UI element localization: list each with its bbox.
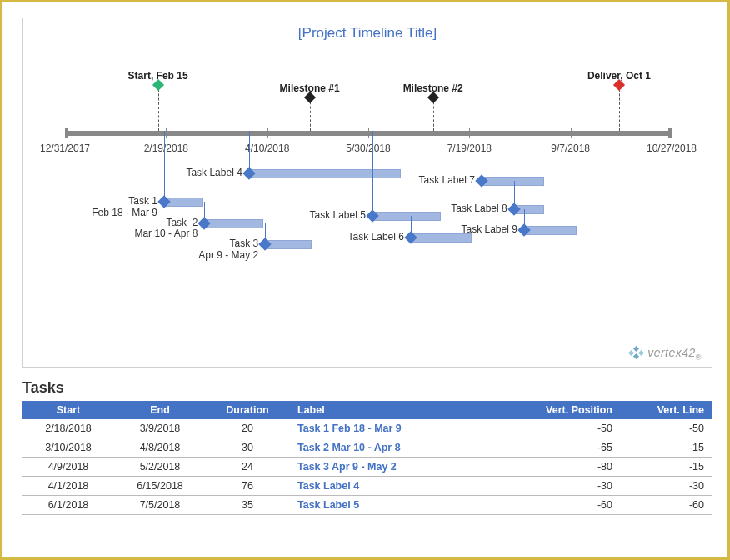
cell-vline: -30 [621, 477, 712, 496]
task-label: Task Label 5 [309, 210, 365, 222]
cell-vpos: -60 [512, 496, 621, 515]
cell-start: 3/10/2018 [22, 438, 114, 458]
col-start: Start [22, 401, 114, 419]
axis-tick [672, 128, 672, 138]
task-label: Task Label 4 [186, 168, 242, 179]
milestone-label: Milestone #2 [403, 82, 463, 94]
axis-line [65, 131, 672, 136]
cell-vline: -15 [621, 458, 712, 477]
cell-start: 2/18/2018 [22, 419, 114, 438]
task-bar [204, 219, 262, 228]
cell-label: Task 1 Feb 18 - Mar 9 [289, 419, 512, 438]
table-row: 2/18/20183/9/201820Task 1 Feb 18 - Mar 9… [22, 419, 712, 438]
axis-tick-label: 9/7/2018 [551, 142, 590, 154]
task-label: Task Label 7 [419, 175, 475, 187]
milestone-label: Deliver, Oct 1 [588, 70, 651, 82]
task-label: Task Label 8 [451, 203, 507, 215]
axis-tick-label: 12/31/2017 [40, 142, 90, 154]
table-body: 2/18/20183/9/201820Task 1 Feb 18 - Mar 9… [22, 419, 712, 515]
cell-vline: -50 [621, 419, 712, 438]
cell-duration: 76 [206, 477, 289, 496]
cell-start: 6/1/2018 [22, 496, 114, 515]
cell-vline: -15 [621, 438, 712, 458]
col-vpos: Vert. Position [512, 401, 621, 419]
milestone-line [619, 85, 620, 131]
cell-vpos: -30 [512, 477, 621, 496]
page: [Project Timeline Title] 12/31/20172/19/… [0, 0, 730, 560]
col-vline: Vert. Line [621, 401, 712, 419]
axis-tick-label: 7/19/2018 [448, 142, 492, 154]
cell-vpos: -50 [512, 419, 621, 438]
cell-duration: 30 [206, 438, 289, 458]
cell-vpos: -80 [512, 458, 621, 477]
axis-tick-label: 5/30/2018 [346, 142, 390, 154]
milestone-label: Start, Feb 15 [128, 70, 188, 82]
table-row: 4/9/20185/2/201824Task 3 Apr 9 - May 2-8… [22, 458, 712, 477]
milestone-line [158, 85, 159, 131]
col-label: Label [289, 401, 512, 419]
cell-start: 4/9/2018 [22, 458, 114, 477]
cell-label: Task 3 Apr 9 - May 2 [289, 458, 512, 477]
task-connector [482, 131, 482, 181]
axis-tick [571, 128, 572, 138]
cell-start: 4/1/2018 [22, 477, 114, 496]
task-connector [164, 131, 165, 202]
tasks-heading: Tasks [22, 379, 64, 397]
cell-end: 7/5/2018 [114, 496, 206, 515]
vertex42-icon [629, 347, 644, 358]
task-label: Task Label 6 [348, 232, 404, 243]
task-bar [265, 240, 312, 249]
axis-tick [65, 128, 66, 138]
milestone-label: Milestone #1 [280, 82, 340, 94]
table-row: 6/1/20187/5/201835Task Label 5-60-60 [22, 496, 712, 515]
axis-tick [268, 128, 268, 138]
table-row: 4/1/20186/15/201876Task Label 4-30-30 [22, 477, 712, 496]
axis-tick-label: 10/27/2018 [647, 142, 697, 154]
brand-text: vertex42 [648, 346, 696, 359]
cell-label: Task 2 Mar 10 - Apr 8 [289, 438, 512, 458]
task-bar [249, 169, 401, 178]
chart-canvas: 12/31/20172/19/20184/10/20185/30/20187/1… [23, 18, 712, 367]
brand-watermark: vertex42® [629, 346, 702, 362]
cell-vpos: -65 [512, 438, 621, 458]
axis-tick-label: 4/10/2018 [245, 142, 289, 154]
cell-label: Task Label 5 [289, 496, 512, 515]
axis-tick [469, 128, 470, 138]
cell-end: 6/15/2018 [114, 477, 206, 496]
task-bar [372, 212, 442, 221]
task-label: Task 1 Feb 18 - Mar 9 [92, 196, 158, 219]
table-header: Start End Duration Label Vert. Position … [22, 401, 712, 419]
cell-duration: 20 [206, 419, 289, 438]
task-label: Task 3 Apr 9 - May 2 [198, 238, 258, 262]
task-bar [524, 226, 577, 235]
task-label: Task Label 9 [461, 224, 517, 236]
cell-vline: -60 [621, 496, 712, 515]
cell-label: Task Label 4 [289, 477, 512, 496]
axis-tick [166, 128, 167, 138]
axis-tick [368, 128, 369, 138]
col-duration: Duration [206, 401, 289, 419]
cell-end: 4/8/2018 [114, 438, 206, 458]
cell-end: 5/2/2018 [114, 458, 206, 477]
axis-tick-label: 2/19/2018 [144, 142, 188, 154]
task-bar [482, 177, 544, 186]
cell-duration: 35 [206, 496, 289, 515]
cell-end: 3/9/2018 [114, 419, 206, 438]
cell-duration: 24 [206, 458, 289, 477]
task-label: Task 2 Mar 10 - Apr 8 [134, 218, 198, 241]
tasks-table: Start End Duration Label Vert. Position … [22, 401, 712, 515]
timeline-chart: [Project Timeline Title] 12/31/20172/19/… [22, 18, 712, 368]
table-row: 3/10/20184/8/201830Task 2 Mar 10 - Apr 8… [22, 438, 712, 458]
col-end: End [114, 401, 206, 419]
task-connector [372, 131, 373, 216]
